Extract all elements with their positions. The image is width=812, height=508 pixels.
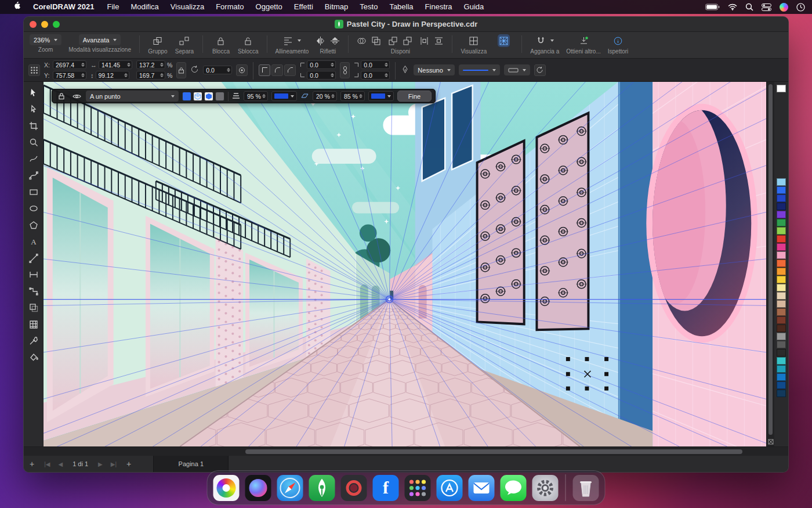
lock-icon[interactable] <box>56 91 67 102</box>
palette-color[interactable] <box>777 390 786 397</box>
vertical-scroll-thumb[interactable] <box>768 84 773 435</box>
view-mode-control[interactable]: Avanzata Modalità visualizzazione <box>68 34 131 53</box>
menu-testo[interactable]: Testo <box>354 0 383 14</box>
object-height-input[interactable]: 99.12 <box>96 71 129 80</box>
perspective-view-toggle[interactable] <box>494 34 513 55</box>
corner-tl-input[interactable]: 0.0 <box>307 60 336 69</box>
dock-photo-booth-icon[interactable] <box>341 475 367 501</box>
scale-width-input[interactable]: 137.2 <box>136 60 165 69</box>
plane-fill-button[interactable] <box>182 92 191 101</box>
plane-off-button[interactable] <box>215 92 224 101</box>
tool-pick[interactable] <box>26 85 41 100</box>
prev-page-button[interactable]: ◀ <box>54 461 67 467</box>
palette-color[interactable] <box>777 186 786 194</box>
menu-tabella[interactable]: Tabella <box>383 0 419 14</box>
tool-rectangle[interactable] <box>26 185 41 199</box>
refresh-button[interactable] <box>534 64 546 76</box>
palette-color[interactable] <box>777 276 786 283</box>
last-page-button[interactable]: ▶| <box>107 461 121 467</box>
outline-style-select[interactable] <box>459 64 500 75</box>
corner-chamfer-button[interactable] <box>284 64 296 76</box>
palette-color[interactable] <box>777 292 786 300</box>
arrowhead-select[interactable] <box>504 64 530 75</box>
minimize-button[interactable] <box>41 21 48 28</box>
palette-color[interactable] <box>777 381 786 389</box>
palette-color[interactable] <box>777 211 786 218</box>
clock-icon[interactable] <box>796 3 805 12</box>
view-grid-button[interactable]: Visualizza <box>461 34 487 55</box>
horizon-color-select[interactable] <box>368 91 394 101</box>
dock-photos-icon[interactable] <box>213 475 240 501</box>
tool-dimension[interactable] <box>26 268 41 282</box>
grid-color-select[interactable] <box>271 91 297 101</box>
title-bar[interactable]: Pastel City - Draw in Perspective.cdr <box>24 17 788 32</box>
user-avatar[interactable] <box>780 3 788 12</box>
perspective-type-select[interactable]: A un punto <box>86 91 179 102</box>
palette-color[interactable] <box>777 243 786 251</box>
tool-shape[interactable] <box>26 102 41 117</box>
palette-color[interactable] <box>777 365 786 373</box>
menu-oggetto[interactable]: Oggetto <box>250 0 288 14</box>
dock-app-store-icon[interactable] <box>437 475 463 501</box>
canvas-illustration[interactable] <box>44 82 766 446</box>
palette-color[interactable] <box>777 284 786 291</box>
tool-freehand[interactable] <box>26 152 41 166</box>
apple-menu-icon[interactable] <box>7 0 26 14</box>
dock-facebook-icon[interactable]: f <box>373 475 399 501</box>
dock-system-preferences-icon[interactable] <box>532 475 559 501</box>
inspectors-button[interactable]: Ispettori <box>608 34 629 55</box>
grid-opacity-field[interactable]: 95 % <box>244 91 268 101</box>
menu-finestra[interactable]: Finestra <box>419 0 458 14</box>
dock-mail-icon[interactable] <box>469 475 495 501</box>
tool-line[interactable] <box>26 251 41 265</box>
page-tab[interactable]: Pagina 1 <box>153 456 229 472</box>
palette-color[interactable] <box>777 219 786 226</box>
arrange-buttons[interactable]: Disponi <box>388 34 412 55</box>
align-control[interactable]: Allineamento <box>276 34 309 55</box>
search-icon[interactable] <box>745 3 753 11</box>
zoom-level-control[interactable]: 236% Zoom <box>30 34 61 53</box>
tool-connector[interactable] <box>26 284 41 298</box>
mirror-buttons[interactable]: Rifletti <box>316 34 340 55</box>
tool-eyedropper[interactable] <box>26 334 41 348</box>
plane-cube-button[interactable] <box>193 92 202 101</box>
horizontal-scrollbar[interactable] <box>24 446 788 456</box>
object-width-input[interactable]: 141.45 <box>99 60 132 69</box>
palette-color[interactable] <box>777 268 786 275</box>
tool-transparency[interactable] <box>26 301 41 315</box>
first-page-button[interactable]: |◀ <box>40 461 54 467</box>
palette-color[interactable] <box>777 357 786 365</box>
horizontal-scroll-thumb[interactable] <box>245 449 742 454</box>
wifi-icon[interactable] <box>728 3 737 10</box>
combine-buttons[interactable] <box>357 34 381 55</box>
tool-text[interactable]: A <box>26 235 41 249</box>
add-page-button[interactable]: + <box>24 459 40 469</box>
palette-color[interactable] <box>777 194 786 202</box>
control-center-icon[interactable] <box>762 3 771 11</box>
distribute-buttons[interactable] <box>419 34 444 55</box>
palette-color[interactable] <box>777 308 786 316</box>
scale-height-input[interactable]: 169.7 <box>136 71 165 80</box>
transform-grid-icon[interactable] <box>28 64 40 76</box>
lock-ratio-button[interactable] <box>176 62 186 78</box>
menu-formato[interactable]: Formato <box>210 0 249 14</box>
tool-ellipse[interactable] <box>26 201 41 216</box>
unlock-button[interactable]: Sblocca <box>238 34 259 55</box>
tool-zoom[interactable] <box>26 135 41 150</box>
palette-color[interactable] <box>777 325 786 332</box>
palette-color[interactable] <box>777 349 786 356</box>
palette-color[interactable] <box>777 251 786 259</box>
palette-color[interactable] <box>777 300 786 308</box>
get-more-button[interactable]: Ottieni altro... <box>566 34 600 55</box>
corner-tr-input[interactable]: 0.0 <box>361 60 390 69</box>
dock-trash-icon[interactable] <box>573 475 599 501</box>
ungroup-button[interactable]: Separa <box>175 34 194 55</box>
palette-color[interactable] <box>777 178 786 186</box>
palette-color[interactable] <box>777 227 786 235</box>
dock-coreldraw-icon[interactable] <box>309 475 335 501</box>
menu-app-name[interactable]: CorelDRAW 2021 <box>26 0 101 14</box>
palette-color[interactable] <box>777 341 786 348</box>
menu-effetti[interactable]: Effetti <box>288 0 319 14</box>
corner-bl-input[interactable]: 0.0 <box>307 71 336 80</box>
nib-angle-icon[interactable] <box>236 64 248 76</box>
